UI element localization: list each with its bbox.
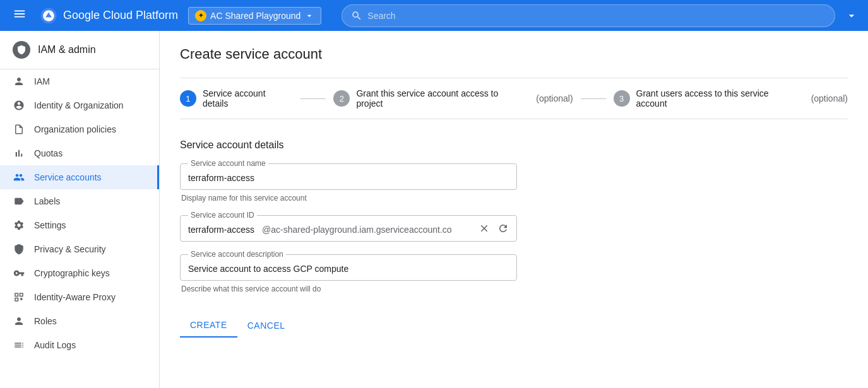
step-1: 1 Service account details (180, 88, 293, 109)
step-3-label: Grant users access to this service accou… (636, 88, 802, 109)
step-2-optional: (optional) (536, 93, 573, 103)
project-icon: ✦ (195, 10, 206, 21)
sidebar-item-privacy-security[interactable]: Privacy & Security (0, 237, 159, 261)
header-logo: Google Cloud Platform (39, 6, 178, 25)
service-account-name-input[interactable] (181, 164, 516, 189)
crypto-keys-icon (13, 267, 25, 279)
step-3-number: 3 (614, 90, 630, 107)
step-2: 2 Grant this service account access to p… (333, 88, 573, 109)
sidebar-item-iam[interactable]: IAM (0, 69, 159, 93)
sidebar-header: IAM & admin (0, 31, 159, 69)
header-logo-text: Google Cloud Platform (63, 9, 178, 22)
service-account-description-input[interactable] (181, 255, 516, 280)
menu-icon[interactable] (10, 4, 29, 26)
audit-logs-icon (13, 339, 25, 351)
service-account-id-actions (476, 220, 516, 237)
roles-icon (13, 315, 25, 327)
app-layout: IAM & admin IAM Identity & Organization … (0, 31, 868, 388)
service-account-name-label: Service account name (188, 159, 268, 168)
service-account-id-suffix: @ac-shared-playground.iam.gserviceaccoun… (262, 216, 476, 241)
main-content: Create service account 1 Service account… (160, 31, 868, 388)
sidebar: IAM & admin IAM Identity & Organization … (0, 31, 160, 388)
stepper: 1 Service account details 2 Grant this s… (180, 78, 848, 119)
sidebar-item-org-policies[interactable]: Organization policies (0, 117, 159, 141)
service-accounts-icon (13, 172, 25, 183)
service-account-description-field: Service account description Describe wha… (180, 254, 848, 293)
service-account-id-wrapper: Service account ID terraform-access @ac-… (180, 215, 517, 242)
sidebar-item-labels-label: Labels (34, 196, 60, 206)
identity-org-icon (13, 100, 25, 111)
step-divider-2 (581, 98, 606, 99)
sidebar-item-iam-label: IAM (34, 76, 50, 86)
step-3-optional: (optional) (811, 93, 848, 103)
sidebar-item-roles[interactable]: Roles (0, 309, 159, 333)
iam-admin-icon (13, 41, 30, 59)
privacy-security-icon (13, 244, 25, 255)
search-icon (351, 10, 362, 21)
service-account-name-hint: Display name for this service account (180, 194, 848, 203)
page-title: Create service account (180, 46, 848, 62)
step-2-number: 2 (333, 90, 350, 107)
service-account-description-label: Service account description (188, 250, 286, 259)
service-account-name-wrapper: Service account name (180, 163, 517, 190)
service-account-name-field: Service account name Display name for th… (180, 163, 848, 203)
sidebar-item-crypto-keys[interactable]: Cryptographic keys (0, 261, 159, 285)
quotas-icon (13, 148, 25, 159)
refresh-id-button[interactable] (495, 220, 511, 237)
sidebar-item-audit-label: Audit Logs (34, 340, 76, 350)
sidebar-item-quotas[interactable]: Quotas (0, 141, 159, 165)
sidebar-item-service-accounts[interactable]: Service accounts (0, 165, 159, 189)
iap-icon (13, 291, 25, 303)
button-row: CREATE CANCEL (180, 314, 848, 338)
sidebar-item-service-accounts-label: Service accounts (34, 172, 102, 182)
org-policies-icon (13, 124, 25, 135)
sidebar-item-crypto-label: Cryptographic keys (34, 268, 110, 278)
person-icon (13, 76, 25, 87)
clear-id-button[interactable] (476, 220, 492, 237)
step-1-label: Service account details (203, 88, 294, 109)
header-right (845, 9, 858, 22)
sidebar-item-identity-org[interactable]: Identity & Organization (0, 93, 159, 117)
service-account-id-field: Service account ID terraform-access @ac-… (180, 215, 848, 242)
sidebar-title: IAM & admin (38, 44, 96, 56)
cancel-button[interactable]: CANCEL (237, 314, 295, 337)
step-divider-1 (300, 98, 326, 99)
step-2-label: Grant this service account access to pro… (356, 88, 526, 109)
header-dropdown-icon[interactable] (845, 9, 858, 22)
search-input[interactable] (367, 11, 826, 21)
project-selector[interactable]: ✦ AC Shared Playground (188, 7, 321, 25)
labels-icon (13, 196, 25, 207)
step-3: 3 Grant users access to this service acc… (614, 88, 848, 109)
sidebar-item-roles-label: Roles (34, 316, 57, 326)
sidebar-item-iap-label: Identity-Aware Proxy (34, 292, 116, 302)
sidebar-item-audit-logs[interactable]: Audit Logs (0, 333, 159, 357)
sidebar-item-org-policies-label: Organization policies (34, 124, 116, 134)
service-account-description-hint: Describe what this service account will … (180, 285, 848, 293)
sidebar-item-settings-label: Settings (34, 220, 66, 230)
project-name: AC Shared Playground (210, 11, 300, 21)
service-account-id-inner: terraform-access @ac-shared-playground.i… (181, 216, 516, 241)
header: Google Cloud Platform ✦ AC Shared Playgr… (0, 0, 868, 31)
sidebar-item-iap[interactable]: Identity-Aware Proxy (0, 285, 159, 309)
sidebar-item-quotas-label: Quotas (34, 148, 62, 158)
form-section-title: Service account details (180, 139, 848, 151)
create-button[interactable]: CREATE (180, 314, 237, 338)
settings-icon (13, 220, 25, 231)
step-1-number: 1 (180, 90, 196, 107)
sidebar-item-identity-label: Identity & Organization (34, 100, 124, 110)
search-bar[interactable] (342, 4, 835, 27)
sidebar-item-labels[interactable]: Labels (0, 189, 159, 213)
service-account-id-value: terraform-access (181, 216, 262, 241)
sidebar-item-privacy-label: Privacy & Security (34, 244, 106, 254)
service-account-description-wrapper: Service account description (180, 254, 517, 281)
service-account-id-label: Service account ID (188, 211, 257, 220)
sidebar-item-settings[interactable]: Settings (0, 213, 159, 237)
